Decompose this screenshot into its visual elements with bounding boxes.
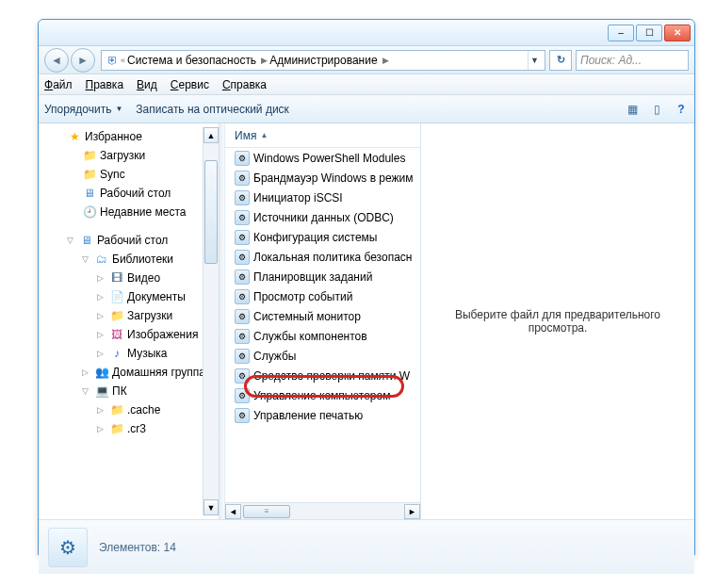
file-item[interactable]: ⚙Управление компьютером bbox=[225, 385, 420, 405]
library-icon: 🗂 bbox=[94, 253, 109, 266]
shortcut-icon: ⚙ bbox=[235, 388, 250, 403]
sidebar-item-recent[interactable]: 🕘Недавние места bbox=[39, 203, 219, 221]
recent-icon: 🕘 bbox=[82, 205, 97, 219]
sidebar-label: Рабочий стол bbox=[100, 187, 171, 200]
expand-icon[interactable]: ▷ bbox=[97, 405, 106, 415]
sidebar-item-libraries[interactable]: ▽🗂Библиотеки bbox=[39, 250, 219, 269]
breadcrumb-system[interactable]: Система и безопасность bbox=[125, 54, 261, 67]
forward-button[interactable]: ► bbox=[71, 48, 95, 73]
scroll-down-button[interactable]: ▼ bbox=[203, 499, 219, 515]
help-button[interactable]: ? bbox=[674, 102, 689, 117]
shortcut-icon: ⚙ bbox=[235, 210, 250, 225]
expand-icon[interactable]: ▷ bbox=[97, 424, 106, 433]
menu-file[interactable]: Файл bbox=[44, 78, 73, 91]
scroll-right-button[interactable]: ► bbox=[404, 504, 420, 519]
collapse-icon[interactable]: ▽ bbox=[82, 254, 91, 264]
maximize-button[interactable]: ☐ bbox=[636, 24, 662, 41]
sidebar-item-videos[interactable]: ▷🎞Видео bbox=[39, 269, 219, 287]
menu-tools[interactable]: Сервис bbox=[171, 78, 209, 91]
sidebar-item-downloads2[interactable]: ▷📁Загрузки bbox=[39, 306, 219, 325]
breadcrumb-admin[interactable]: Администрирование bbox=[268, 54, 382, 67]
file-item[interactable]: ⚙Конфигурация системы bbox=[225, 227, 420, 247]
file-item[interactable]: ⚙Службы bbox=[225, 346, 420, 366]
music-icon: ♪ bbox=[109, 347, 124, 360]
refresh-button[interactable]: ↻ bbox=[549, 50, 572, 71]
scroll-thumb[interactable] bbox=[204, 160, 218, 264]
preview-pane-button[interactable]: ▯ bbox=[649, 102, 664, 117]
sidebar-item-pictures[interactable]: ▷🖼Изображения bbox=[39, 325, 219, 344]
shortcut-icon: ⚙ bbox=[235, 329, 250, 344]
file-name: Источники данных (ODBC) bbox=[253, 211, 394, 224]
file-item[interactable]: ⚙Источники данных (ODBC) bbox=[225, 207, 420, 227]
view-mode-button[interactable]: ▦ bbox=[625, 102, 640, 117]
address-field[interactable]: ⛨ « Система и безопасность ▶ Администрир… bbox=[101, 50, 545, 71]
expand-icon[interactable]: ▷ bbox=[97, 292, 106, 302]
menu-edit[interactable]: Правка bbox=[86, 78, 124, 91]
file-item[interactable]: ⚙Управление печатью bbox=[225, 405, 420, 425]
sidebar-item-cache[interactable]: ▷📁.cache bbox=[39, 400, 219, 419]
scroll-left-button[interactable]: ◄ bbox=[225, 504, 241, 519]
sidebar-item-homegroup[interactable]: ▷👥Домашняя группа bbox=[39, 363, 219, 382]
back-button[interactable]: ◄ bbox=[44, 48, 69, 73]
sidebar-item-cr3[interactable]: ▷📁.cr3 bbox=[39, 419, 219, 438]
address-dropdown[interactable]: ▼ bbox=[528, 51, 541, 70]
file-item[interactable]: ⚙Локальная политика безопасн bbox=[225, 247, 420, 267]
menu-help[interactable]: Справка bbox=[222, 78, 267, 91]
sidebar-scrollbar[interactable]: ▲ ▼ bbox=[203, 127, 219, 515]
file-name: Конфигурация системы bbox=[253, 231, 377, 244]
address-bar: ◄ ► ⛨ « Система и безопасность ▶ Админис… bbox=[39, 46, 694, 74]
sidebar-label: Sync bbox=[100, 168, 125, 181]
shortcut-icon: ⚙ bbox=[235, 151, 250, 166]
folder-icon: 📁 bbox=[109, 422, 124, 435]
sidebar-label: ПК bbox=[112, 384, 127, 398]
file-item[interactable]: ⚙Просмотр событий bbox=[225, 286, 420, 306]
sidebar-label: Загрузки bbox=[127, 309, 172, 322]
file-item[interactable]: ⚙Системный монитор bbox=[225, 306, 420, 326]
burn-button[interactable]: Записать на оптический диск bbox=[136, 103, 289, 116]
file-name: Управление компьютером bbox=[253, 389, 390, 402]
sidebar-label: Рабочий стол bbox=[97, 234, 168, 247]
shortcut-icon: ⚙ bbox=[235, 171, 250, 186]
sidebar-item-sync[interactable]: 📁Sync bbox=[39, 165, 219, 184]
explorer-window: – ☐ ✕ ◄ ► ⛨ « Система и безопасность ▶ А… bbox=[38, 19, 695, 556]
file-item[interactable]: ⚙Брандмауэр Windows в режим bbox=[225, 168, 420, 188]
file-item[interactable]: ⚙Инициатор iSCSI bbox=[225, 188, 420, 207]
horizontal-scrollbar[interactable]: ◄ ≡ ► bbox=[225, 502, 420, 519]
close-button[interactable]: ✕ bbox=[664, 24, 691, 41]
shortcut-icon: ⚙ bbox=[235, 349, 250, 364]
expand-icon[interactable]: ▷ bbox=[97, 349, 106, 358]
menu-view[interactable]: Вид bbox=[137, 78, 157, 91]
sidebar-item-documents[interactable]: ▷📄Документы bbox=[39, 287, 219, 306]
collapse-icon[interactable]: ▽ bbox=[67, 236, 76, 245]
document-icon: 📄 bbox=[109, 290, 124, 303]
organize-button[interactable]: Упорядочить ▼ bbox=[44, 103, 122, 116]
file-item[interactable]: ⚙Планировщик заданий bbox=[225, 267, 420, 286]
column-header-name[interactable]: Имя ▲ bbox=[225, 123, 420, 148]
file-name: Управление печатью bbox=[253, 409, 363, 422]
scroll-thumb[interactable]: ≡ bbox=[243, 505, 290, 518]
sidebar-label: Недавние места bbox=[100, 205, 186, 219]
sort-indicator-icon: ▲ bbox=[260, 131, 268, 139]
sidebar-item-downloads[interactable]: 📁Загрузки bbox=[39, 146, 219, 165]
expand-icon[interactable]: ▷ bbox=[97, 273, 106, 283]
scroll-up-button[interactable]: ▲ bbox=[203, 127, 219, 143]
sidebar-item-computer[interactable]: ▽💻ПК bbox=[39, 382, 219, 400]
expand-icon[interactable]: ▷ bbox=[97, 330, 106, 339]
sidebar-item-desktop-fav[interactable]: 🖥Рабочий стол bbox=[39, 184, 219, 203]
file-name: Брандмауэр Windows в режим bbox=[253, 172, 414, 185]
expand-icon[interactable]: ▷ bbox=[97, 311, 106, 320]
sidebar-item-favorites[interactable]: ★Избранное bbox=[39, 127, 219, 146]
file-item[interactable]: ⚙Службы компонентов bbox=[225, 326, 420, 346]
crumb-separator: ▶ bbox=[261, 56, 268, 65]
sidebar-item-desktop-root[interactable]: ▽🖥Рабочий стол bbox=[39, 231, 219, 250]
collapse-icon[interactable]: ▽ bbox=[82, 386, 91, 396]
organize-label: Упорядочить bbox=[44, 103, 111, 116]
file-item[interactable]: ⚙Windows PowerShell Modules bbox=[225, 148, 420, 168]
sidebar-item-music[interactable]: ▷♪Музыка bbox=[39, 344, 219, 363]
search-input[interactable]: Поиск: Ад... bbox=[576, 50, 689, 71]
file-item[interactable]: ⚙Средство проверки памяти W bbox=[225, 366, 420, 385]
shield-icon: ⛨ bbox=[106, 54, 121, 67]
sidebar-label: .cache bbox=[127, 403, 160, 416]
minimize-button[interactable]: – bbox=[608, 24, 634, 41]
expand-icon[interactable]: ▷ bbox=[82, 368, 91, 377]
